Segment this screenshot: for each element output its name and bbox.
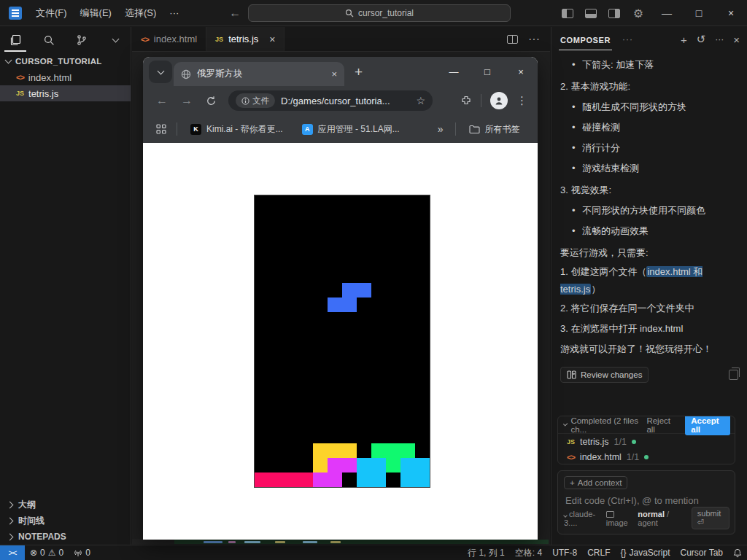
divider (481, 94, 481, 107)
tab-tetris-js[interactable]: JS tetris.js × (206, 27, 285, 51)
tetris-cell (284, 472, 298, 487)
mode-toggle[interactable]: normal / agent (638, 510, 681, 527)
browser-refresh-icon[interactable] (206, 96, 217, 106)
tetris-cell (328, 298, 342, 312)
file-scheme-chip: 文件 (236, 93, 275, 108)
remote-indicator[interactable]: >< (0, 545, 25, 560)
menu-edit[interactable]: 编辑(E) (74, 4, 118, 23)
section-heading: 2. 基本游戏功能: (560, 77, 738, 97)
copy-icon[interactable] (729, 370, 738, 380)
panel-close-icon[interactable]: × (733, 34, 740, 46)
reject-all-button[interactable]: Reject all (646, 416, 676, 434)
problems-indicator[interactable]: ⊗0 ⚠0 (25, 548, 69, 558)
cursor-position[interactable]: 行 1, 列 1 (462, 547, 510, 559)
browser-minimize-button[interactable]: — (437, 57, 471, 86)
composer-input-box[interactable]: +Add context Edit code (Ctrl+I), @ to me… (557, 470, 735, 534)
window-minimize-button[interactable]: — (651, 0, 683, 26)
all-bookmarks[interactable]: 所有书签 (469, 123, 520, 136)
browser-menu-icon[interactable]: ⋮ (516, 94, 527, 107)
language-mode[interactable]: {}JavaScript (615, 548, 675, 558)
command-search-input[interactable]: cursor_tutorial (248, 4, 511, 22)
search-panel-icon[interactable] (41, 30, 57, 50)
plus-icon: + (570, 478, 575, 487)
submit-button[interactable]: submit ⏎ (692, 507, 729, 529)
browser-tab[interactable]: 俄罗斯方块 × (174, 62, 344, 86)
toggle-right-panel-icon[interactable] (608, 9, 620, 18)
tetris-cell (400, 443, 415, 458)
window-close-button[interactable]: × (715, 0, 747, 26)
more-views-chevron-icon[interactable] (107, 30, 123, 50)
section-outline[interactable]: 大纲 (0, 497, 131, 513)
source-control-icon[interactable] (74, 30, 90, 50)
editor-more-actions-icon[interactable]: ··· (528, 33, 540, 46)
attach-image-button[interactable]: image (606, 510, 632, 527)
ports-indicator[interactable]: 0 (69, 548, 96, 558)
browser-tab-search-button[interactable] (149, 61, 172, 83)
warning-icon: ⚠ (48, 548, 56, 558)
browser-tab-close-icon[interactable]: × (331, 69, 337, 79)
cursor-tab-toggle[interactable]: Cursor Tab (676, 548, 728, 558)
radio-tower-icon (74, 548, 82, 557)
file-item-index-html[interactable]: <> index.html (0, 69, 131, 85)
explorer-icon[interactable] (7, 30, 23, 50)
51la-favicon: A (302, 124, 313, 135)
file-item-tetris-js[interactable]: JS tetris.js (0, 85, 131, 101)
notifications-bell[interactable] (728, 548, 747, 558)
encoding[interactable]: UTF-8 (547, 548, 582, 558)
eol-sequence[interactable]: CRLF (582, 548, 615, 558)
window-maximize-button[interactable]: □ (683, 0, 715, 26)
composer-tabs-more-icon[interactable]: ··· (622, 34, 633, 44)
tetris-cell (328, 443, 342, 458)
history-back-icon[interactable]: ← (229, 7, 241, 20)
review-changes-button[interactable]: Review changes (560, 367, 649, 383)
tetris-cell (386, 458, 400, 472)
tab-index-html[interactable]: <> index.html (132, 27, 206, 51)
menu-file[interactable]: 文件(F) (29, 4, 74, 23)
changed-file-index[interactable]: <> index.html 1/1 (558, 449, 735, 464)
bookmark-kimi[interactable]: K Kimi.ai - 帮你看更... (190, 123, 283, 136)
list-item: 游戏结束检测 (560, 158, 738, 179)
bookmark-51la[interactable]: A 应用管理 - 51.LA网... (302, 123, 400, 136)
extensions-icon[interactable] (460, 95, 472, 106)
tetris-cell (357, 458, 371, 472)
chevron-down-icon[interactable] (563, 421, 568, 427)
list-item: 随机生成不同形状的方块 (560, 97, 738, 117)
indentation[interactable]: 空格: 4 (510, 547, 547, 559)
browser-forward-icon[interactable]: → (181, 94, 193, 107)
menu-more[interactable]: ··· (163, 4, 185, 23)
changed-file-tetris[interactable]: JS tetris.js 1/1 (558, 434, 735, 449)
toggle-bottom-panel-icon[interactable] (585, 9, 597, 18)
apps-grid-icon[interactable] (156, 124, 166, 134)
menu-selection[interactable]: 选择(S) (118, 4, 163, 23)
add-context-button[interactable]: +Add context (564, 476, 627, 489)
address-input[interactable]: 文件 D:/games/cursor_tutoria... ☆ (228, 90, 433, 111)
bookmarks-overflow-icon[interactable]: » (438, 123, 444, 135)
toggle-left-panel-icon[interactable] (562, 9, 573, 18)
model-selector[interactable]: claude-3.... (564, 510, 600, 527)
tetris-cell (400, 458, 415, 472)
history-icon[interactable]: ↺ (697, 33, 706, 46)
tetris-cell (371, 443, 386, 458)
bookmark-star-icon[interactable]: ☆ (416, 95, 425, 106)
browser-maximize-button[interactable]: □ (471, 57, 504, 86)
composer-panel: COMPOSER ··· + ↺ ··· × 下箭头: 加速下落 2. 基本游戏… (551, 27, 747, 545)
split-editor-icon[interactable] (507, 35, 518, 44)
status-bar: >< ⊗0 ⚠0 0 行 1, 列 1 空格: 4 UTF-8 CRLF {}J… (0, 545, 747, 560)
html-file-icon: <> (141, 35, 149, 44)
gear-icon[interactable]: ⚙ (633, 7, 643, 20)
explorer-root-folder[interactable]: CURSOR_TUTORIAL (0, 53, 131, 69)
new-composer-icon[interactable]: + (681, 34, 687, 46)
tab-close-icon[interactable]: × (269, 34, 275, 45)
browser-close-button[interactable]: × (504, 57, 538, 86)
panel-more-icon[interactable]: ··· (715, 34, 724, 44)
tetris-cell (415, 472, 430, 487)
section-notepads[interactable]: NOTEPADS (0, 529, 131, 545)
composer-tab[interactable]: COMPOSER (559, 29, 612, 50)
status-dot (644, 455, 649, 459)
accept-all-button[interactable]: Accept all (685, 416, 730, 435)
browser-new-tab-button[interactable]: + (355, 64, 363, 80)
error-icon: ⊗ (30, 548, 37, 558)
browser-back-icon[interactable]: ← (156, 94, 168, 107)
profile-avatar[interactable] (490, 92, 508, 109)
section-timeline[interactable]: 时间线 (0, 513, 131, 529)
